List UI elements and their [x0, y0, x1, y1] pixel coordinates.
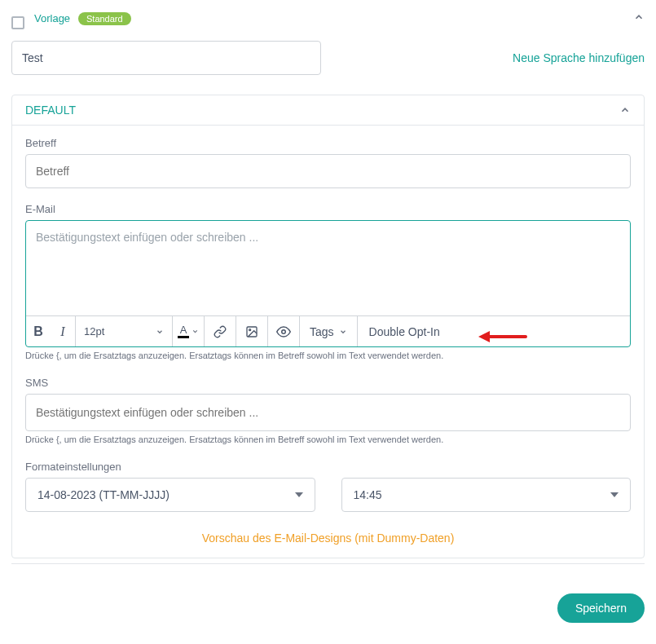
- sms-input[interactable]: [25, 394, 631, 431]
- email-help-text: Drücke {, um die Ersatztags anzuzeigen. …: [25, 351, 631, 360]
- template-label: Vorlage: [34, 12, 70, 24]
- italic-button[interactable]: I: [51, 316, 75, 346]
- save-button[interactable]: Speichern: [557, 593, 645, 623]
- format-label: Formateinstellungen: [25, 461, 631, 473]
- editor-toolbar: B I 12pt A: [26, 315, 630, 346]
- panel-title: DEFAULT: [25, 104, 76, 117]
- time-format-select[interactable]: 14:45: [341, 478, 632, 512]
- preview-button[interactable]: [268, 316, 299, 346]
- chevron-down-icon: [192, 328, 199, 335]
- name-row: Neue Sprache hinzufügen: [11, 41, 645, 75]
- email-label: E-Mail: [25, 203, 631, 215]
- svg-point-2: [282, 329, 286, 333]
- sms-help-text: Drücke {, um die Ersatztags anzuzeigen. …: [25, 434, 631, 444]
- footer: Speichern: [0, 580, 656, 623]
- panel-collapse-icon[interactable]: [619, 104, 631, 116]
- sms-label: SMS: [25, 377, 631, 389]
- tags-select[interactable]: Tags: [300, 325, 357, 338]
- time-value: 14:45: [354, 488, 382, 501]
- template-header: Vorlage Standard: [11, 0, 645, 41]
- link-button[interactable]: [205, 316, 236, 346]
- panel-header[interactable]: DEFAULT: [12, 95, 644, 126]
- bold-button[interactable]: B: [26, 316, 51, 346]
- date-format-select[interactable]: 14-08-2023 (TT-MM-JJJJ): [25, 478, 315, 512]
- double-opt-in-button[interactable]: Double Opt-In: [358, 316, 451, 346]
- panel-body: Betreff E-Mail Bestätigungstext einfügen…: [12, 126, 644, 558]
- svg-marker-3: [295, 492, 303, 497]
- template-checkbox[interactable]: [11, 16, 24, 29]
- chevron-down-icon: [156, 328, 164, 336]
- double-opt-in-label: Double Opt-In: [369, 325, 440, 338]
- add-language-link[interactable]: Neue Sprache hinzufügen: [513, 51, 645, 64]
- email-content[interactable]: Bestätigungstext einfügen oder schreiben…: [26, 221, 630, 315]
- font-size-select[interactable]: 12pt: [76, 325, 172, 337]
- email-editor: Bestätigungstext einfügen oder schreiben…: [25, 220, 631, 347]
- image-button[interactable]: [236, 316, 267, 346]
- default-panel: DEFAULT Betreff E-Mail Bestätigungstext …: [11, 95, 645, 558]
- header-labels: Vorlage Standard: [34, 11, 131, 25]
- name-input[interactable]: [11, 41, 321, 75]
- standard-badge: Standard: [78, 12, 131, 25]
- collapse-icon[interactable]: [633, 11, 645, 23]
- text-color-button[interactable]: A: [173, 316, 204, 346]
- separator: [11, 563, 645, 564]
- font-size-value: 12pt: [84, 325, 104, 337]
- subject-input[interactable]: [25, 154, 631, 188]
- svg-marker-4: [610, 492, 619, 497]
- date-value: 14-08-2023 (TT-MM-JJJJ): [37, 488, 170, 501]
- preview-email-link[interactable]: Vorschau des E-Mail-Designs (mit Dummy-D…: [25, 528, 631, 553]
- dropdown-icon: [610, 491, 619, 499]
- subject-label: Betreff: [25, 137, 631, 149]
- dropdown-icon: [295, 491, 303, 499]
- tags-label: Tags: [310, 325, 334, 338]
- format-row: 14-08-2023 (TT-MM-JJJJ) 14:45: [25, 478, 631, 512]
- svg-point-1: [249, 329, 251, 330]
- chevron-down-icon: [339, 328, 347, 336]
